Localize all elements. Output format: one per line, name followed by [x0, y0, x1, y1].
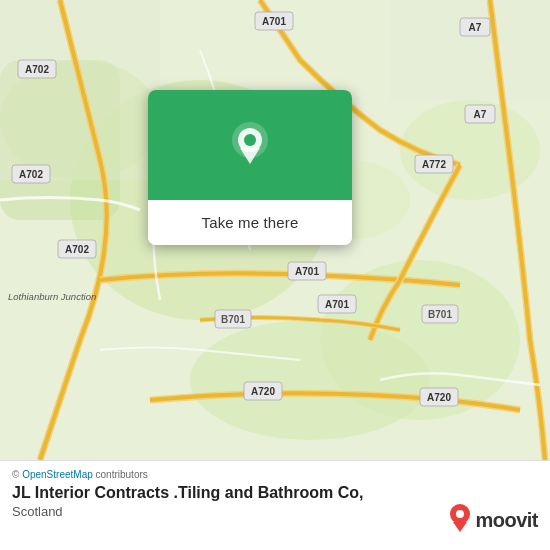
- place-name: JL Interior Contracts .Tiling and Bathro…: [12, 484, 538, 502]
- map-container: A702 A702 A702 A701 A701 A701 A7 A7 A772…: [0, 0, 550, 460]
- credit-prefix: ©: [12, 469, 22, 480]
- moovit-text: moovit: [475, 509, 538, 532]
- take-me-there-button[interactable]: Take me there: [148, 200, 352, 245]
- svg-text:A702: A702: [25, 64, 49, 75]
- svg-text:A702: A702: [65, 244, 89, 255]
- svg-text:Lothianburn Junction: Lothianburn Junction: [8, 291, 96, 302]
- location-popup: Take me there: [148, 90, 352, 245]
- svg-text:B701: B701: [428, 309, 452, 320]
- svg-point-42: [456, 510, 464, 518]
- map-pin-icon: [228, 120, 272, 170]
- svg-text:A772: A772: [422, 159, 446, 170]
- svg-marker-43: [453, 522, 467, 532]
- credit-suffix: contributors: [93, 469, 148, 480]
- svg-rect-9: [390, 0, 550, 100]
- moovit-pin-icon: [448, 504, 472, 536]
- svg-text:A701: A701: [325, 299, 349, 310]
- svg-text:A720: A720: [251, 386, 275, 397]
- svg-point-39: [244, 134, 256, 146]
- popup-header: [148, 90, 352, 200]
- openstreetmap-link[interactable]: OpenStreetMap: [22, 469, 93, 480]
- svg-text:A702: A702: [19, 169, 43, 180]
- svg-point-6: [190, 320, 430, 440]
- svg-text:A7: A7: [469, 22, 482, 33]
- svg-text:A701: A701: [262, 16, 286, 27]
- map-credit: © OpenStreetMap contributors: [12, 469, 538, 480]
- svg-text:A701: A701: [295, 266, 319, 277]
- moovit-logo: moovit: [448, 504, 538, 536]
- svg-text:A720: A720: [427, 392, 451, 403]
- svg-text:B701: B701: [221, 314, 245, 325]
- bottom-info-bar: © OpenStreetMap contributors JL Interior…: [0, 460, 550, 550]
- svg-text:A7: A7: [474, 109, 487, 120]
